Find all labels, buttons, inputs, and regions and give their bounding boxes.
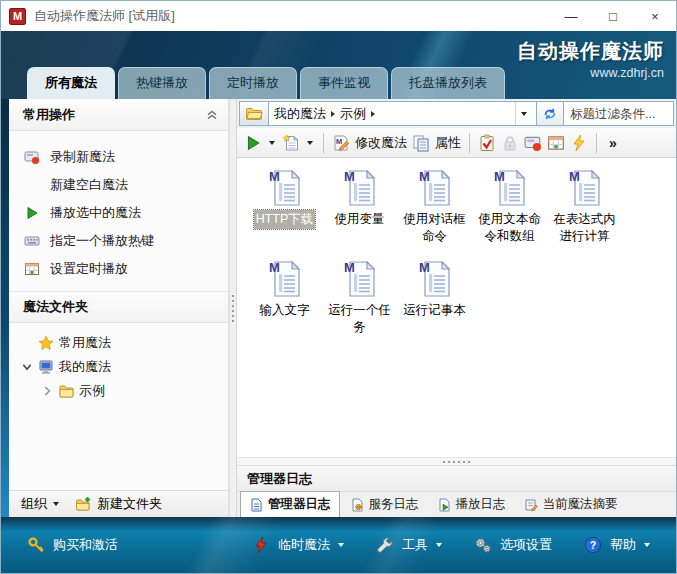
file-item-0[interactable]: MHTTP下载 bbox=[247, 168, 322, 245]
app-icon: M bbox=[9, 8, 26, 25]
log-tab-3[interactable]: 当前魔法摘要 bbox=[516, 492, 626, 517]
dropdown-icon bbox=[338, 543, 344, 547]
sidebar-op-1[interactable]: 新建空白魔法 bbox=[9, 171, 228, 199]
play-icon bbox=[244, 134, 262, 152]
file-item-5[interactable]: M输入文字 bbox=[247, 259, 322, 336]
main-tab-1[interactable]: 热键播放 bbox=[118, 67, 206, 99]
svg-text:M: M bbox=[269, 260, 280, 275]
sidebar-op-0[interactable]: 录制新魔法 bbox=[9, 143, 228, 171]
statusbar-temp-magic[interactable]: 临时魔法 bbox=[252, 536, 344, 554]
breadcrumb-arrow-icon[interactable] bbox=[371, 111, 375, 117]
tree-item-label: 常用魔法 bbox=[59, 334, 111, 352]
play-dropdown[interactable] bbox=[267, 141, 277, 145]
tree-item-0[interactable]: 常用魔法 bbox=[9, 331, 228, 355]
sidebar-op-4[interactable]: 设置定时播放 bbox=[9, 255, 228, 283]
sidebar-op-3[interactable]: 指定一个播放热键 bbox=[9, 227, 228, 255]
file-item-7[interactable]: M运行记事本 bbox=[397, 259, 472, 336]
breadcrumb-arrow-icon[interactable] bbox=[331, 111, 335, 117]
tree-item-label: 我的魔法 bbox=[59, 358, 111, 376]
quick-run-button[interactable] bbox=[570, 134, 588, 152]
doc-icon: M bbox=[418, 168, 452, 208]
file-item-1[interactable]: M使用变量 bbox=[322, 168, 397, 245]
file-grid: MHTTP下载M使用变量M使用对话框命令M使用文本命令和数组M在表达式内进行计算… bbox=[237, 158, 676, 457]
main-tab-4[interactable]: 托盘播放列表 bbox=[391, 67, 505, 99]
close-button[interactable]: × bbox=[634, 1, 676, 31]
breadcrumb-dropdown[interactable] bbox=[515, 102, 531, 125]
more-buttons[interactable]: » bbox=[605, 135, 621, 151]
breadcrumb-segment-1[interactable]: 示例 bbox=[340, 105, 366, 123]
vertical-splitter[interactable] bbox=[229, 99, 237, 517]
collapse-chevron-icon[interactable] bbox=[206, 110, 218, 120]
tree-chevron-spacer bbox=[21, 337, 33, 349]
file-item-6[interactable]: M运行一个任务 bbox=[322, 259, 397, 336]
properties-button[interactable]: 属性 bbox=[412, 134, 461, 152]
refresh-button[interactable] bbox=[537, 101, 564, 126]
recorder-icon bbox=[524, 134, 542, 152]
statusbar-buy-activate[interactable]: 购买和激活 bbox=[27, 536, 118, 554]
sidebar-op-label: 播放选中的魔法 bbox=[50, 204, 141, 222]
dropdown-icon bbox=[436, 543, 442, 547]
folder-up-button[interactable] bbox=[239, 101, 269, 126]
schedule-button[interactable] bbox=[547, 134, 565, 152]
folder-tree: 常用魔法我的魔法示例 bbox=[9, 323, 228, 411]
breadcrumb: 我的魔法示例 bbox=[269, 101, 537, 126]
svg-text:M: M bbox=[419, 260, 430, 275]
new-folder-icon bbox=[75, 496, 91, 512]
new-magic-dropdown[interactable] bbox=[305, 141, 315, 145]
statusbar-item-label: 选项设置 bbox=[500, 536, 552, 554]
statusbar-help[interactable]: ?帮助 bbox=[584, 536, 650, 554]
wrench-icon bbox=[376, 536, 394, 554]
doc-icon: M bbox=[268, 259, 302, 299]
play-button[interactable] bbox=[244, 134, 262, 152]
minimize-button[interactable]: — bbox=[550, 1, 592, 31]
main-tab-3[interactable]: 事件监视 bbox=[300, 67, 388, 99]
log-tab-1[interactable]: 服务日志 bbox=[342, 492, 427, 517]
computer-icon bbox=[38, 359, 54, 375]
blank-icon bbox=[24, 177, 40, 193]
tree-item-2[interactable]: 示例 bbox=[9, 379, 228, 403]
sidebar-spacer bbox=[9, 411, 228, 490]
new-folder-button[interactable]: 新建文件夹 bbox=[75, 495, 162, 513]
left-decoration-strip bbox=[1, 99, 9, 517]
brand-title: 自动操作魔法师 bbox=[517, 38, 664, 65]
log-tab-2[interactable]: 播放日志 bbox=[429, 492, 514, 517]
gears-icon bbox=[474, 536, 492, 554]
breadcrumb-bar: 我的魔法示例 bbox=[237, 99, 676, 128]
tree-expanded-chevron-icon[interactable] bbox=[21, 361, 33, 373]
file-item-label: 使用文本命令和数组 bbox=[475, 210, 545, 245]
lock-button[interactable] bbox=[501, 134, 519, 152]
file-item-2[interactable]: M使用对话框命令 bbox=[397, 168, 472, 245]
verify-button[interactable] bbox=[478, 134, 496, 152]
modify-magic-button[interactable]: M修改魔法 bbox=[332, 134, 407, 152]
title-filter-input[interactable] bbox=[564, 101, 674, 126]
file-item-4[interactable]: M在表达式内进行计算 bbox=[547, 168, 622, 245]
main-tab-2[interactable]: 定时播放 bbox=[209, 67, 297, 99]
organize-button[interactable]: 组织 bbox=[21, 495, 59, 513]
main-tab-0[interactable]: 所有魔法 bbox=[27, 67, 115, 99]
file-item-label: 在表达式内进行计算 bbox=[550, 210, 620, 245]
log-tab-0[interactable]: 管理器日志 bbox=[240, 491, 340, 517]
sidebar-op-2[interactable]: 播放选中的魔法 bbox=[9, 199, 228, 227]
statusbar-options[interactable]: 选项设置 bbox=[474, 536, 552, 554]
tree-collapsed-chevron-icon[interactable] bbox=[41, 385, 53, 397]
brand: 自动操作魔法师 www.zdhrj.cn bbox=[517, 38, 664, 80]
folder-open-icon bbox=[245, 106, 263, 121]
sidebar: 常用操作 录制新魔法新建空白魔法播放选中的魔法指定一个播放热键设置定时播放 魔法… bbox=[9, 99, 229, 517]
doc-icon: M bbox=[343, 259, 377, 299]
folders-header-label: 魔法文件夹 bbox=[23, 298, 88, 316]
schedule-icon bbox=[547, 134, 565, 152]
check-clipboard-icon bbox=[478, 134, 496, 152]
new-folder-label: 新建文件夹 bbox=[97, 495, 162, 513]
dropdown-icon bbox=[644, 543, 650, 547]
file-item-3[interactable]: M使用文本命令和数组 bbox=[472, 168, 547, 245]
common-ops-header-label: 常用操作 bbox=[23, 106, 75, 124]
horizontal-splitter[interactable] bbox=[237, 457, 676, 465]
new-magic-button[interactable] bbox=[282, 134, 300, 152]
file-item-label: 输入文字 bbox=[258, 301, 312, 320]
svg-text:M: M bbox=[494, 169, 505, 184]
record-button[interactable] bbox=[524, 134, 542, 152]
maximize-button[interactable]: □ bbox=[592, 1, 634, 31]
statusbar-tools[interactable]: 工具 bbox=[376, 536, 442, 554]
tree-item-1[interactable]: 我的魔法 bbox=[9, 355, 228, 379]
breadcrumb-segment-0[interactable]: 我的魔法 bbox=[274, 105, 326, 123]
